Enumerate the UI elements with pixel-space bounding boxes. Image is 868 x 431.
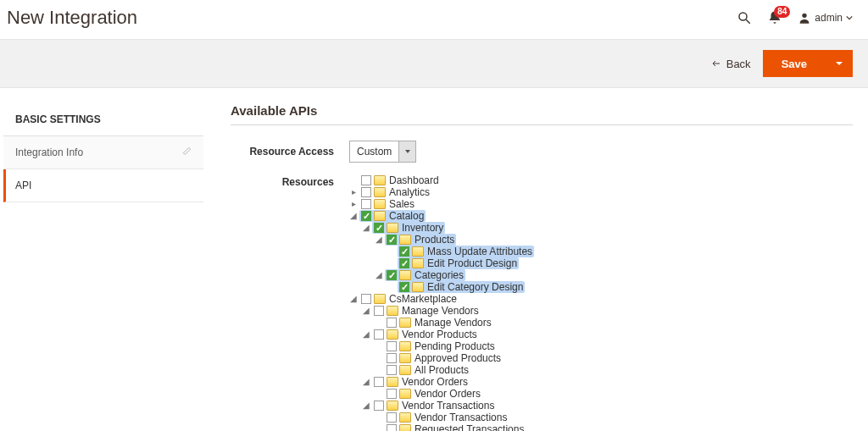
user-menu[interactable]: admin [798, 11, 853, 25]
folder-icon [399, 389, 411, 399]
checkbox[interactable] [374, 377, 384, 387]
folder-icon [387, 306, 398, 316]
checkbox[interactable] [374, 329, 384, 340]
tree-node[interactable]: All Products [385, 364, 470, 376]
tree-node[interactable]: Products [385, 234, 456, 246]
checkbox[interactable] [399, 258, 409, 268]
checkbox[interactable] [361, 175, 371, 185]
tree-node[interactable]: CsMarketplace [359, 293, 459, 305]
resources-label: Resources [231, 174, 349, 188]
expand-icon[interactable]: ▸ [349, 186, 358, 198]
tree-node-label: Vendor Orders [414, 388, 481, 400]
checkbox[interactable] [387, 341, 397, 351]
tree-node[interactable]: Dashboard [359, 174, 441, 186]
checkbox[interactable] [387, 235, 397, 245]
folder-icon [374, 211, 386, 221]
checkbox[interactable] [361, 199, 371, 209]
section-title: Available APIs [231, 103, 853, 125]
tree-node-label: Edit Product Design [426, 257, 517, 269]
sidebar-title: BASIC SETTINGS [3, 103, 203, 136]
folder-icon [387, 377, 398, 387]
checkbox[interactable] [399, 246, 409, 257]
folder-icon [374, 175, 386, 185]
back-button[interactable]: Back [711, 58, 751, 70]
tree-node[interactable]: Requested Transactions [385, 423, 526, 431]
collapse-icon[interactable]: ◢ [349, 293, 358, 305]
folder-icon [387, 223, 398, 233]
tree-node[interactable]: Catalog [359, 210, 426, 222]
tree-node-label: Dashboard [388, 174, 439, 186]
checkbox[interactable] [361, 294, 371, 304]
edit-icon [182, 146, 192, 158]
tree-node[interactable]: Manage Vendors [372, 305, 481, 317]
tree-node[interactable]: Vendor Products [372, 329, 479, 340]
checkbox[interactable] [361, 211, 371, 221]
tree-node-label: Catalog [388, 210, 424, 222]
tree-node[interactable]: Manage Vendors [385, 317, 493, 329]
collapse-icon[interactable]: ◢ [349, 210, 358, 222]
folder-icon [399, 412, 411, 423]
checkbox[interactable] [374, 306, 384, 316]
tree-node[interactable]: Mass Update Attributes [398, 246, 534, 257]
page-header: New Integration 84 admin [0, 0, 868, 39]
tree-node-label: Sales [388, 198, 415, 210]
tree-node[interactable]: Sales [359, 198, 416, 210]
tree-node-label: Edit Category Design [426, 281, 523, 293]
tree-node[interactable]: Analytics [359, 186, 431, 198]
checkbox[interactable] [387, 389, 397, 399]
tree-node[interactable]: Vendor Transactions [385, 412, 509, 423]
checkbox[interactable] [374, 401, 384, 411]
collapse-icon[interactable]: ◢ [375, 234, 383, 246]
collapse-icon[interactable]: ◢ [362, 329, 370, 340]
tree-node[interactable]: Edit Category Design [398, 281, 525, 293]
resources-tree: ▸Dashboard▸Analytics▸Sales◢Catalog◢Inven… [349, 174, 534, 431]
sidebar-item[interactable]: API [3, 169, 203, 202]
tree-node-label: Approved Products [414, 352, 501, 364]
tree-node[interactable]: Vendor Orders [385, 388, 482, 400]
collapse-icon[interactable]: ◢ [362, 400, 370, 412]
resource-access-label: Resource Access [231, 146, 349, 157]
tree-node-label: Pending Products [414, 340, 495, 352]
save-label: Save [782, 58, 807, 70]
save-dropdown-toggle[interactable] [826, 50, 853, 77]
tree-node[interactable]: Categories [385, 269, 465, 281]
checkbox[interactable] [387, 270, 397, 280]
tree-node[interactable]: Inventory [372, 222, 445, 234]
checkbox[interactable] [387, 412, 397, 423]
expand-icon[interactable]: ▸ [349, 198, 358, 210]
sidebar-item[interactable]: Integration Info [3, 136, 203, 169]
checkbox[interactable] [387, 424, 397, 431]
tree-node[interactable]: Vendor Transactions [372, 400, 496, 412]
tree-node[interactable]: Edit Product Design [398, 257, 519, 269]
folder-icon [412, 246, 424, 257]
chevron-down-icon [398, 141, 415, 162]
checkbox[interactable] [387, 318, 397, 328]
checkbox[interactable] [361, 187, 371, 197]
notifications-icon[interactable]: 84 [767, 10, 782, 25]
folder-icon [399, 270, 411, 280]
collapse-icon[interactable]: ◢ [362, 376, 370, 388]
checkbox[interactable] [374, 223, 384, 233]
tree-node-label: CsMarketplace [388, 293, 457, 305]
tree-node[interactable]: Vendor Orders [372, 376, 470, 388]
checkbox[interactable] [387, 353, 397, 363]
settings-sidebar: BASIC SETTINGS Integration InfoAPI [3, 103, 203, 202]
collapse-icon[interactable]: ◢ [375, 269, 383, 281]
search-icon[interactable] [737, 10, 752, 25]
collapse-icon[interactable]: ◢ [362, 305, 370, 317]
tree-node[interactable]: Pending Products [385, 340, 497, 352]
checkbox[interactable] [387, 365, 397, 375]
tree-node-label: Vendor Transactions [414, 412, 507, 423]
tree-node[interactable]: Approved Products [385, 352, 503, 364]
resource-access-value: Custom [350, 141, 398, 162]
checkbox[interactable] [399, 282, 409, 292]
back-label: Back [726, 58, 751, 70]
folder-icon [399, 341, 411, 351]
collapse-icon[interactable]: ◢ [362, 222, 370, 234]
resource-access-select[interactable]: Custom [349, 141, 416, 163]
save-button[interactable]: Save [763, 50, 826, 77]
folder-icon [387, 329, 398, 340]
user-label: admin [815, 12, 843, 24]
tree-node-label: Categories [414, 269, 464, 281]
tree-node-label: Vendor Products [401, 329, 477, 340]
